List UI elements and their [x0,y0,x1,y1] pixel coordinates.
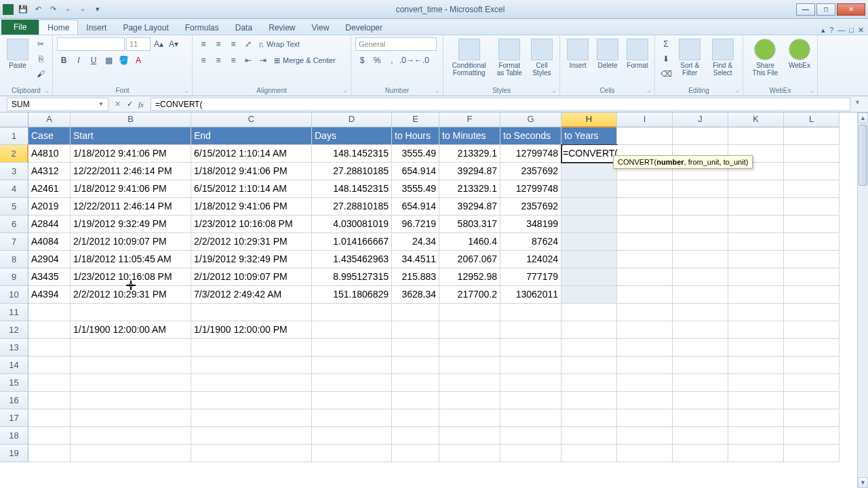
cell[interactable] [439,321,500,339]
cell[interactable] [673,251,728,268]
cell[interactable] [673,392,728,409]
cell[interactable] [673,286,728,304]
cell[interactable]: 1/19/2012 9:32:49 PM [71,216,191,233]
cell[interactable] [728,286,784,304]
italic-button[interactable]: I [72,54,85,67]
increase-decimal-icon[interactable]: .0→ [400,54,414,67]
cell[interactable] [561,445,617,462]
cell[interactable] [617,339,673,357]
wrap-text-button[interactable]: ⎌Wrap Text [256,37,302,51]
column-header[interactable]: L [784,113,840,127]
cell[interactable] [784,180,840,198]
cell[interactable] [312,409,392,427]
cell[interactable]: 24.34 [392,233,439,251]
cell[interactable] [561,286,617,304]
cell[interactable] [617,304,673,321]
cell[interactable]: 27.28810185 [312,163,392,180]
cell[interactable] [784,233,840,251]
row-header[interactable]: 9 [0,268,28,286]
cell[interactable] [561,374,617,392]
cell[interactable]: 2/2/2012 10:29:31 PM [191,233,312,251]
cell[interactable] [28,374,71,392]
cell[interactable] [561,357,617,374]
insert-cells-button[interactable]: Insert [564,37,591,70]
cell[interactable] [312,339,392,357]
cell[interactable] [673,427,728,445]
row-header[interactable]: 19 [0,445,28,462]
shrink-font-icon[interactable]: A▾ [167,37,180,51]
cell[interactable] [500,445,561,462]
redo-icon[interactable]: ↷ [46,3,60,16]
cell[interactable]: A4312 [28,163,71,180]
cell[interactable]: 12799748 [500,145,561,163]
cell[interactable] [617,427,673,445]
cell[interactable] [728,216,784,233]
row-header[interactable]: 12 [0,321,28,339]
cell[interactable] [617,357,673,374]
cell[interactable] [28,357,71,374]
align-top-icon[interactable]: ≡ [197,37,210,51]
row-header[interactable]: 15 [0,374,28,392]
cell[interactable]: A2904 [28,251,71,268]
cell[interactable]: 39294.87 [439,163,500,180]
cell[interactable] [673,198,728,216]
decrease-indent-icon[interactable]: ⇤ [241,54,255,67]
cell[interactable]: 12/22/2011 2:46:14 PM [71,163,191,180]
cell[interactable] [617,180,673,198]
cell[interactable] [561,409,617,427]
cell[interactable] [28,445,71,462]
cell[interactable] [312,304,392,321]
cell[interactable]: 654.914 [392,198,439,216]
cell[interactable] [561,251,617,268]
cell[interactable] [71,357,191,374]
cell[interactable] [728,374,784,392]
cell[interactable]: A3435 [28,268,71,286]
share-file-button[interactable]: Share This File [747,37,783,78]
cell[interactable]: Days [312,127,392,145]
cell[interactable] [561,198,617,216]
vertical-scrollbar[interactable]: ▲ ▼ [857,113,868,488]
column-header[interactable]: B [71,113,191,127]
cell[interactable] [28,392,71,409]
cell[interactable] [392,409,439,427]
column-header[interactable]: K [728,113,784,127]
row-header[interactable]: 13 [0,339,28,357]
cell[interactable] [500,427,561,445]
cell[interactable]: 34.4511 [392,251,439,268]
fill-icon[interactable]: ⬇ [659,52,673,66]
bold-button[interactable]: B [57,54,71,67]
cell[interactable] [784,163,840,180]
cell[interactable] [728,268,784,286]
row-header[interactable]: 4 [0,180,28,198]
row-header[interactable]: 7 [0,233,28,251]
cell[interactable]: 6/15/2012 1:10:14 AM [191,145,312,163]
cell[interactable]: 1.014166667 [312,233,392,251]
cell[interactable] [617,321,673,339]
cell[interactable] [561,233,617,251]
cell[interactable] [500,321,561,339]
tab-review[interactable]: Review [260,20,303,35]
align-left-icon[interactable]: ≡ [197,54,210,67]
cell[interactable] [617,268,673,286]
cell[interactable] [392,357,439,374]
spreadsheet-grid[interactable]: ABCDEFGHIJKL 123456789101112131415161718… [0,113,868,488]
cell[interactable] [439,445,500,462]
cell[interactable] [28,427,71,445]
cell[interactable] [617,286,673,304]
column-header[interactable]: G [500,113,561,127]
cell[interactable] [191,445,312,462]
cell[interactable]: Start [71,127,191,145]
help-icon[interactable]: ? [829,26,833,35]
cell[interactable] [500,392,561,409]
cell[interactable] [728,198,784,216]
maximize-button[interactable]: □ [816,3,835,16]
row-header[interactable]: 1 [0,127,28,145]
column-header[interactable]: A [28,113,71,127]
cell[interactable] [561,163,617,180]
tab-developer[interactable]: Developer [337,20,391,35]
cell[interactable] [439,409,500,427]
cell[interactable] [728,180,784,198]
font-size-combo[interactable]: 11 [126,37,151,51]
undo-icon[interactable]: ↶ [31,3,45,16]
cancel-formula-icon[interactable]: ✕ [111,98,123,110]
